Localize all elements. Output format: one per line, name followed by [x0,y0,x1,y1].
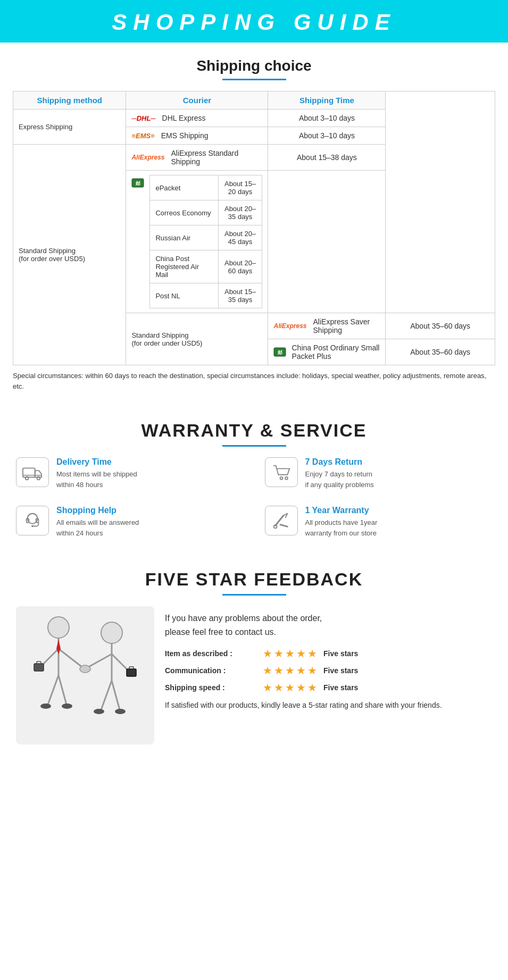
special-note: Special circumstances: within 60 days to… [13,365,495,395]
col-time: Shipping Time [268,91,386,110]
ems-logo: ≡EMS≡ [131,132,154,140]
svg-point-6 [37,477,40,480]
feedback-figure [16,606,154,744]
delivery-text: Delivery Time Most items will be shipped… [56,457,137,490]
warranty-section: WARRANTY & SERVICE Delivery Time Most it… [0,400,508,549]
star-1: ★ [263,681,272,694]
five-stars-item: Five stars [323,649,358,658]
time-dhl: About 3–10 days [268,110,386,127]
post-icon-2: 邮 [273,346,286,358]
rating-row-ship: Shipping speed : ★ ★ ★ ★ ★ Five stars [165,681,492,694]
feedback-footer: If satisfied with our products, kindly l… [165,699,492,711]
time-correos: About 20–35 days [218,200,262,225]
svg-point-32 [101,622,122,643]
rating-label-item: Item as described : [165,649,261,658]
tools-icon [271,510,292,531]
svg-point-19 [48,617,69,638]
svg-line-14 [275,516,283,526]
warranty-1yr-title: 1 Year Warranty [305,506,378,515]
feedback-title: FIVE STAR FEEDBACK [16,554,492,594]
rating-row-comm: Communication : ★ ★ ★ ★ ★ Five stars [165,664,492,677]
handshake-illustration [21,606,149,744]
shipping-title-underline [222,79,286,80]
courier-chinapost-small: 邮 China Post Ordinary Small Packet Plus [268,339,386,365]
courier-aliexpress-saver: AliExpress AliExpress Saver Shipping [268,313,386,339]
svg-rect-27 [34,664,44,671]
time-epacket: About 15–20 days [218,175,262,200]
sub-russian: Russian Air [150,225,218,250]
post-sub-table: ePacketAbout 15–20 days Correos EconomyA… [149,175,262,308]
shipping-title: Shipping choice [13,43,495,79]
stars-comm: ★ ★ ★ ★ ★ [263,664,317,677]
svg-point-38 [94,709,104,714]
star-4: ★ [296,647,306,660]
svg-line-35 [112,654,128,670]
star-2: ★ [274,647,284,660]
help-icon-box [16,506,49,535]
svg-point-25 [40,703,51,709]
five-stars-comm: Five stars [323,666,358,675]
truck-icon [22,462,43,482]
courier-dhl: ─DHL─ DHL Express [126,110,268,127]
aliexpress-standard-name: AliExpress Standard Shipping [171,149,262,166]
star-5: ★ [307,664,317,677]
five-stars-ship: Five stars [323,683,358,692]
time-russian: About 20–45 days [218,225,262,250]
feedback-title-underline [222,594,286,596]
star-2: ★ [274,664,284,677]
time-aliexpress-saver: About 35–60 days [386,313,495,339]
svg-line-37 [112,681,120,710]
time-chinapost: About 20–60 days [218,250,262,283]
svg-point-9 [285,477,288,480]
feedback-content: If you have any problems about the order… [16,606,492,744]
svg-rect-4 [23,468,35,477]
post-icon-1: 邮 [131,177,144,189]
warranty-item-warranty: 1 Year Warranty All products have 1yearw… [265,506,493,538]
aliexpress-saver-name: AliExpress Saver Shipping [313,317,380,334]
shipping-table: Shipping method Courier Shipping Time Ex… [13,91,495,365]
time-postnl: About 15–35 days [218,283,262,308]
feedback-section: FIVE STAR FEEDBACK [0,549,508,760]
rating-row-item: Item as described : ★ ★ ★ ★ ★ Five stars [165,647,492,660]
star-5: ★ [307,681,317,694]
delivery-desc: Most items will be shippedwithin 48 hour… [56,469,137,490]
courier-epacket: 邮 ePacketAbout 15–20 days Correos Econom… [126,171,268,313]
svg-text:邮: 邮 [136,181,140,186]
svg-point-18 [273,525,277,529]
sub-epacket: ePacket [150,175,218,200]
svg-point-44 [80,665,90,673]
star-2: ★ [274,681,284,694]
warranty-title-underline [222,445,286,447]
method-express: Express Shipping [13,110,126,145]
svg-point-26 [62,703,72,709]
warranty-grid: Delivery Time Most items will be shipped… [16,457,492,538]
time-ems: About 3–10 days [268,127,386,145]
star-3: ★ [285,647,295,660]
warranty-item-help: Shopping Help All emails will be answere… [16,506,244,538]
warranty-icon-box [265,506,298,535]
warranty-1yr-desc: All products have 1yearwarranty from our… [305,517,378,538]
cart-icon [271,462,292,482]
help-desc: All emails will be answeredwithin 24 hou… [56,517,139,538]
warranty-title: WARRANTY & SERVICE [16,405,492,445]
star-3: ★ [285,681,295,694]
sub-postnl: Post NL [150,283,218,308]
table-row: Express Shipping ─DHL─ DHL Express About… [13,110,495,127]
courier-ems: ≡EMS≡ EMS Shipping [126,127,268,145]
star-4: ★ [296,664,306,677]
svg-line-22 [59,649,82,667]
header: SHOPPING GUIDE [0,0,508,43]
chinapost-small-name: China Post Ordinary Small Packet Plus [292,344,380,361]
return-title: 7 Days Return [305,457,374,467]
svg-rect-40 [127,669,136,676]
help-text: Shopping Help All emails will be answere… [56,506,139,538]
dhl-logo: ─DHL─ [131,114,155,122]
star-4: ★ [296,681,306,694]
table-row: Standard Shipping(for order over USD5) A… [13,145,495,171]
feedback-text-area: If you have any problems about the order… [165,606,492,717]
svg-line-17 [280,525,287,527]
rating-label-ship: Shipping speed : [165,683,261,692]
method-standard-over: Standard Shipping(for order over USD5) [13,145,126,365]
svg-point-8 [280,477,282,480]
time-aliexpress-standard: About 15–38 days [268,145,386,171]
